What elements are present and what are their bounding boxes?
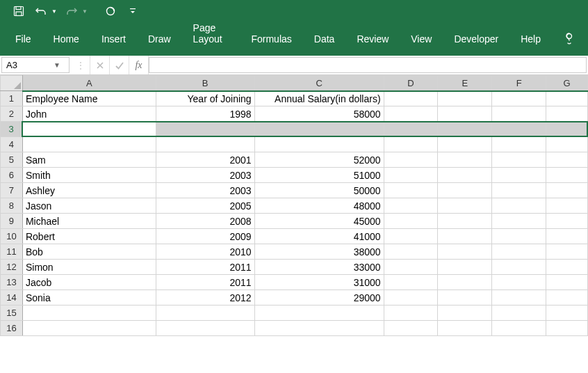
cell-E4[interactable] [438, 137, 492, 152]
cell-B13[interactable]: 2011 [156, 275, 254, 290]
tab-home[interactable]: Home [44, 29, 89, 49]
cell-A15[interactable] [22, 305, 156, 321]
cell-D11[interactable] [384, 244, 438, 260]
cell-G6[interactable] [546, 168, 588, 183]
cell-G1[interactable] [546, 91, 588, 106]
cell-B12[interactable]: 2011 [156, 260, 254, 275]
column-header-b[interactable]: B [156, 76, 254, 91]
row-header-1[interactable]: 1 [1, 91, 23, 106]
cell-C15[interactable] [254, 305, 384, 321]
cell-B10[interactable]: 2009 [156, 229, 254, 244]
cell-A4[interactable] [22, 137, 156, 152]
undo-dropdown-icon[interactable]: ▼ [51, 8, 57, 15]
cell-B14[interactable]: 2012 [156, 290, 254, 305]
cell-G8[interactable] [546, 198, 588, 214]
cell-C5[interactable]: 52000 [254, 152, 384, 168]
column-header-e[interactable]: E [438, 76, 492, 91]
cell-F3[interactable] [492, 122, 546, 137]
row-header-5[interactable]: 5 [1, 152, 23, 168]
row-header-13[interactable]: 13 [1, 275, 23, 290]
cell-E3[interactable] [438, 122, 492, 137]
cell-A2[interactable]: John [22, 106, 156, 122]
tab-view[interactable]: View [401, 29, 441, 49]
row-header-10[interactable]: 10 [1, 229, 23, 244]
cell-B6[interactable]: 2003 [156, 168, 254, 183]
cell-D9[interactable] [384, 214, 438, 229]
cell-B15[interactable] [156, 305, 254, 321]
row-header-15[interactable]: 15 [1, 305, 23, 321]
cell-B9[interactable]: 2008 [156, 214, 254, 229]
cell-E5[interactable] [438, 152, 492, 168]
cell-A9[interactable]: Michael [22, 214, 156, 229]
cell-D16[interactable] [384, 321, 438, 336]
redo-dropdown-icon[interactable]: ▼ [82, 8, 88, 15]
enter-icon[interactable] [110, 56, 129, 74]
cell-D12[interactable] [384, 260, 438, 275]
cell-F11[interactable] [492, 244, 546, 260]
cell-E11[interactable] [438, 244, 492, 260]
cell-A6[interactable]: Smith [22, 168, 156, 183]
cell-C6[interactable]: 51000 [254, 168, 384, 183]
functions-dropdown-icon[interactable]: ⋮ [71, 56, 90, 74]
cell-F7[interactable] [492, 183, 546, 198]
cell-G4[interactable] [546, 137, 588, 152]
cell-D13[interactable] [384, 275, 438, 290]
cell-F15[interactable] [492, 305, 546, 321]
touch-mode-icon[interactable] [103, 3, 118, 19]
cell-A8[interactable]: Jason [22, 198, 156, 214]
cell-F10[interactable] [492, 229, 546, 244]
row-header-11[interactable]: 11 [1, 244, 23, 260]
cell-D8[interactable] [384, 198, 438, 214]
cell-G16[interactable] [546, 321, 588, 336]
cell-F9[interactable] [492, 214, 546, 229]
cell-C8[interactable]: 48000 [254, 198, 384, 214]
tab-help[interactable]: Help [511, 29, 550, 49]
row-header-14[interactable]: 14 [1, 290, 23, 305]
cell-G3[interactable] [546, 122, 588, 137]
cell-D7[interactable] [384, 183, 438, 198]
cell-C3[interactable] [254, 122, 384, 137]
cell-B7[interactable]: 2003 [156, 183, 254, 198]
cell-F12[interactable] [492, 260, 546, 275]
cell-B11[interactable]: 2010 [156, 244, 254, 260]
tab-review[interactable]: Review [347, 29, 398, 49]
cell-E1[interactable] [438, 91, 492, 106]
cell-G7[interactable] [546, 183, 588, 198]
name-box[interactable] [2, 58, 51, 72]
cell-B2[interactable]: 1998 [156, 106, 254, 122]
cell-G9[interactable] [546, 214, 588, 229]
row-header-16[interactable]: 16 [1, 321, 23, 336]
cell-D10[interactable] [384, 229, 438, 244]
cell-C1[interactable]: Annual Salary(in dollars) [254, 91, 384, 106]
cell-E15[interactable] [438, 305, 492, 321]
row-header-12[interactable]: 12 [1, 260, 23, 275]
cell-G12[interactable] [546, 260, 588, 275]
cell-D3[interactable] [384, 122, 438, 137]
cell-D1[interactable] [384, 91, 438, 106]
cell-D15[interactable] [384, 305, 438, 321]
cell-A16[interactable] [22, 321, 156, 336]
cell-A5[interactable]: Sam [22, 152, 156, 168]
row-header-4[interactable]: 4 [1, 137, 23, 152]
tab-draw[interactable]: Draw [138, 29, 181, 49]
formula-input[interactable] [149, 57, 587, 73]
tab-page-layout[interactable]: Page Layout [183, 18, 239, 49]
cell-D6[interactable] [384, 168, 438, 183]
cell-G13[interactable] [546, 275, 588, 290]
save-icon[interactable] [11, 3, 26, 19]
tab-insert[interactable]: Insert [92, 29, 136, 49]
cell-B3[interactable] [156, 122, 254, 137]
select-all-corner[interactable] [1, 76, 23, 91]
cell-B5[interactable]: 2001 [156, 152, 254, 168]
cell-F5[interactable] [492, 152, 546, 168]
column-header-g[interactable]: G [546, 76, 588, 91]
tell-me-icon[interactable] [556, 28, 582, 49]
cell-C7[interactable]: 50000 [254, 183, 384, 198]
column-header-f[interactable]: F [492, 76, 546, 91]
cell-E8[interactable] [438, 198, 492, 214]
row-header-2[interactable]: 2 [1, 106, 23, 122]
insert-function-button[interactable]: fx [129, 56, 149, 74]
cell-A14[interactable]: Sonia [22, 290, 156, 305]
cell-A10[interactable]: Robert [22, 229, 156, 244]
cell-A12[interactable]: Simon [22, 260, 156, 275]
